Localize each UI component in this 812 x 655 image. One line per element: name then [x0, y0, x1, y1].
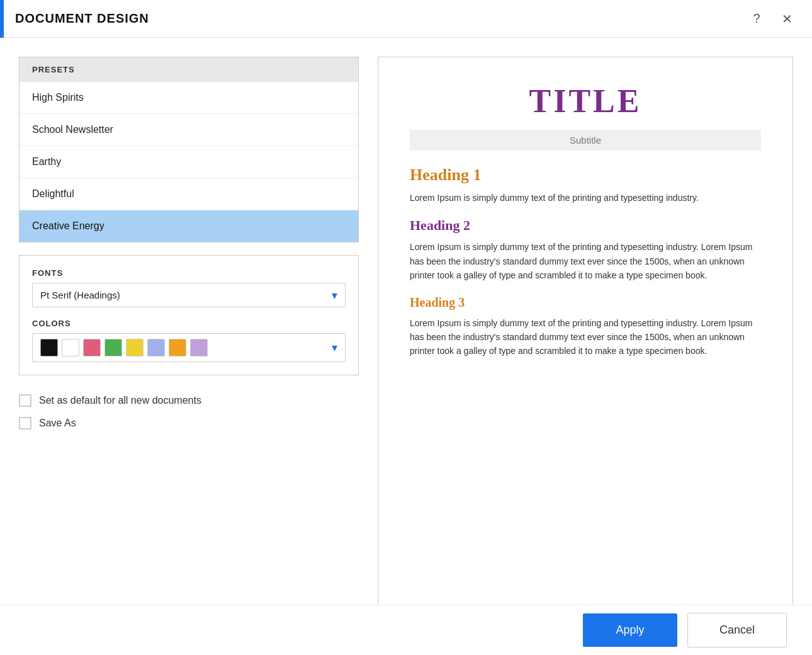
main-content: PRESETS High Spirits School Newsletter E… [0, 38, 812, 655]
default-checkbox-item[interactable]: Set as default for all new documents [19, 394, 359, 407]
left-panel: PRESETS High Spirits School Newsletter E… [19, 57, 359, 655]
swatch-black[interactable] [40, 339, 58, 356]
preset-creative-energy[interactable]: Creative Energy [20, 210, 358, 242]
swatch-white[interactable] [62, 339, 79, 356]
colors-dropdown-arrow[interactable]: ▾ [332, 341, 337, 355]
fonts-label: FONTS [32, 268, 346, 278]
preview-h1: Heading 1 [410, 166, 761, 185]
swatch-yellow[interactable] [126, 339, 144, 356]
colors-label: COLORS [32, 319, 346, 328]
accent-bar [0, 0, 4, 38]
fonts-group: FONTS Pt Serif (Headings) Arial (Heading… [32, 268, 346, 307]
preview-body2: Lorem Ipsum is simply dummy text of the … [410, 240, 761, 282]
preview-title: TITLE [410, 83, 761, 120]
swatch-orange[interactable] [169, 339, 186, 356]
preview-body1: Lorem Ipsum is simply dummy text of the … [410, 191, 761, 205]
saveas-checkbox[interactable] [19, 417, 31, 430]
dialog-title: DOCUMENT DESIGN [15, 11, 149, 26]
help-button[interactable]: ? [747, 9, 767, 29]
apply-button[interactable]: Apply [583, 613, 677, 647]
right-panel: TITLE Subtitle Heading 1 Lorem Ipsum is … [378, 57, 793, 655]
dialog-header: DOCUMENT DESIGN ? ✕ [0, 0, 812, 38]
preset-high-spirits[interactable]: High Spirits [20, 82, 358, 114]
preset-school-newsletter[interactable]: School Newsletter [20, 114, 358, 146]
fonts-select-wrapper[interactable]: Pt Serif (Headings) Arial (Headings) Geo… [32, 283, 346, 307]
header-left: DOCUMENT DESIGN [15, 11, 149, 26]
swatch-green[interactable] [104, 339, 122, 356]
preset-earthy[interactable]: Earthy [20, 146, 358, 178]
settings-section: FONTS Pt Serif (Headings) Arial (Heading… [19, 255, 359, 375]
preset-delightful[interactable]: Delightful [20, 178, 358, 210]
swatches-container [40, 339, 332, 356]
preview-card: TITLE Subtitle Heading 1 Lorem Ipsum is … [378, 57, 793, 630]
default-checkbox[interactable] [19, 394, 31, 407]
preview-h2: Heading 2 [410, 217, 761, 234]
swatch-light-blue[interactable] [147, 339, 165, 356]
cancel-button[interactable]: Cancel [687, 613, 787, 647]
swatch-lavender[interactable] [190, 339, 208, 356]
saveas-checkbox-label: Save As [39, 418, 76, 429]
checkbox-section: Set as default for all new documents Sav… [19, 388, 359, 436]
close-button[interactable]: ✕ [777, 9, 797, 29]
preview-body3: Lorem Ipsum is simply dummy text of the … [410, 316, 761, 358]
default-checkbox-label: Set as default for all new documents [39, 395, 201, 406]
preview-subtitle: Subtitle [410, 130, 761, 151]
action-bar: Apply Cancel [0, 605, 812, 655]
swatch-pink[interactable] [83, 339, 101, 356]
colors-group: COLORS ▾ [32, 319, 346, 362]
header-icons: ? ✕ [747, 9, 797, 29]
preview-h3: Heading 3 [410, 295, 761, 310]
saveas-checkbox-item[interactable]: Save As [19, 417, 359, 430]
presets-list: High Spirits School Newsletter Earthy De… [20, 82, 358, 242]
presets-header: PRESETS [20, 57, 358, 82]
colors-row: ▾ [32, 333, 346, 362]
fonts-select[interactable]: Pt Serif (Headings) Arial (Headings) Geo… [33, 283, 345, 307]
presets-section: PRESETS High Spirits School Newsletter E… [19, 57, 359, 242]
